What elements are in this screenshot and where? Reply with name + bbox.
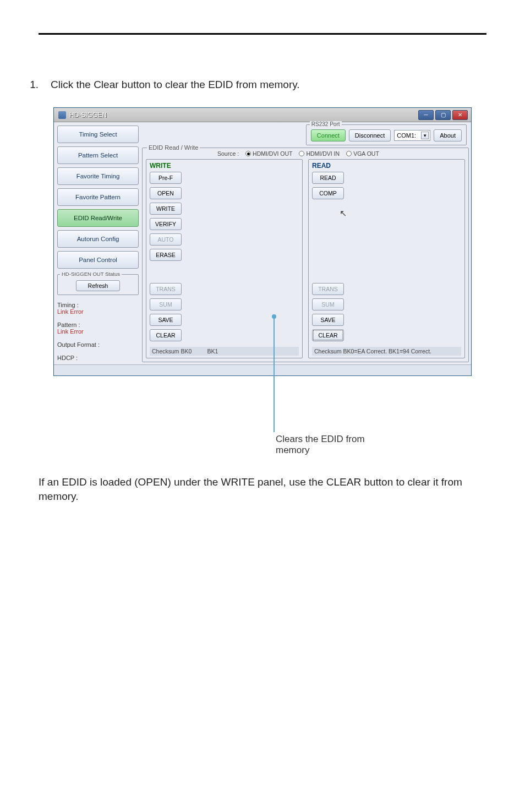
body-paragraph: If an EDID is loaded (OPEN) under the WR… (39, 475, 486, 503)
chevron-down-icon: ▼ (421, 132, 429, 139)
write-sum-button[interactable]: SUM (150, 298, 182, 310)
auto-button[interactable]: AUTO (150, 233, 182, 246)
main-panel: RS232 Port Connect Disconnect COM1: ▼ Ab… (142, 124, 469, 362)
read-sum-button[interactable]: SUM (312, 298, 344, 310)
title-bar: HD-SIGGEN ─ ▢ ✕ (54, 108, 471, 122)
write-clear-button[interactable]: CLEAR (150, 329, 182, 341)
sidebar-panel-control[interactable]: Panel Control (57, 251, 139, 269)
pref-button[interactable]: Pre-F (150, 172, 182, 184)
sidebar-favorite-timing[interactable]: Favorite Timing (57, 167, 139, 185)
sidebar-timing-select[interactable]: Timing Select (57, 126, 139, 143)
sidebar-pattern-select[interactable]: Pattern Select (57, 146, 139, 164)
source-label: Source : (217, 150, 239, 157)
status-group: HD-SIGGEN OUT Status Refresh (57, 274, 139, 295)
read-trans-button[interactable]: TRANS (312, 283, 344, 295)
disconnect-button[interactable]: Disconnect (349, 129, 391, 141)
step-row: 1. Click the Clear button to clear the E… (39, 79, 486, 91)
window-title: HD-SIGGEN (69, 111, 107, 119)
status-timing: Timing : Link Error (57, 302, 139, 315)
sidebar-favorite-pattern[interactable]: Favorite Pattern (57, 188, 139, 206)
step-text: Click the Clear button to clear the EDID… (51, 79, 486, 91)
callout-text: Clears the EDID from memory (276, 434, 397, 456)
write-header: WRITE (150, 162, 299, 170)
read-save-button[interactable]: SAVE (312, 314, 344, 326)
rs232-group: RS232 Port Connect Disconnect COM1: ▼ Ab… (306, 124, 467, 145)
edid-group-label: EDID Read / Write (147, 144, 200, 151)
radio-hdmi-in[interactable]: HDMI/DVI IN (299, 150, 340, 157)
write-save-button[interactable]: SAVE (150, 314, 182, 326)
step-number: 1. (22, 79, 39, 91)
callout-line (274, 317, 275, 432)
write-trans-button[interactable]: TRANS (150, 283, 182, 295)
window-footer (54, 364, 471, 375)
callout-area: Clears the EDID from memory (53, 382, 472, 453)
status-pattern: Pattern : Link Error (57, 321, 139, 335)
comp-button[interactable]: COMP (312, 187, 344, 199)
radio-vga-out[interactable]: VGA OUT (346, 150, 379, 157)
read-header: READ (312, 162, 461, 170)
status-group-label: HD-SIGGEN OUT Status (60, 271, 122, 277)
read-clear-button[interactable]: CLEAR (312, 329, 344, 341)
open-button[interactable]: OPEN (150, 187, 182, 199)
write-checksum: Checksum BK0 BK1 (150, 347, 299, 356)
com-port-select[interactable]: COM1: ▼ (394, 130, 430, 141)
read-column: READ READ COMP ↖ TRANS SUM SAVE CLEAR Ch… (308, 159, 465, 358)
maximize-button[interactable]: ▢ (435, 110, 451, 120)
write-column: WRITE Pre-F OPEN WRITE VERIFY AUTO ERASE… (146, 159, 303, 358)
erase-button[interactable]: ERASE (150, 249, 182, 261)
com-port-value: COM1: (397, 132, 416, 139)
app-window: HD-SIGGEN ─ ▢ ✕ Timing Select Pattern Se… (53, 107, 472, 376)
read-button[interactable]: READ (312, 172, 344, 184)
read-checksum: Checksum BK0=EA Correct. BK1=94 Correct. (312, 347, 461, 356)
sidebar-edid-rw[interactable]: EDID Read/Write (57, 209, 139, 227)
rs232-group-label: RS232 Port (310, 121, 342, 127)
top-divider (39, 33, 486, 35)
write-button[interactable]: WRITE (150, 203, 182, 215)
app-icon (58, 111, 66, 119)
connect-button[interactable]: Connect (311, 129, 346, 141)
verify-button[interactable]: VERIFY (150, 218, 182, 230)
edid-group: EDID Read / Write Source : HDMI/DVI OUT … (142, 148, 469, 362)
close-button[interactable]: ✕ (452, 110, 468, 120)
about-button[interactable]: About (434, 129, 462, 141)
sidebar: Timing Select Pattern Select Favorite Ti… (56, 124, 140, 362)
status-output-format: Output Format : (57, 341, 139, 348)
minimize-button[interactable]: ─ (418, 110, 434, 120)
sidebar-autorun-config[interactable]: Autorun Config (57, 230, 139, 248)
refresh-button[interactable]: Refresh (76, 280, 120, 291)
status-hdcp: HDCP : (57, 355, 139, 361)
radio-hdmi-out[interactable]: HDMI/DVI OUT (245, 150, 292, 157)
cursor-icon: ↖ (340, 208, 461, 219)
